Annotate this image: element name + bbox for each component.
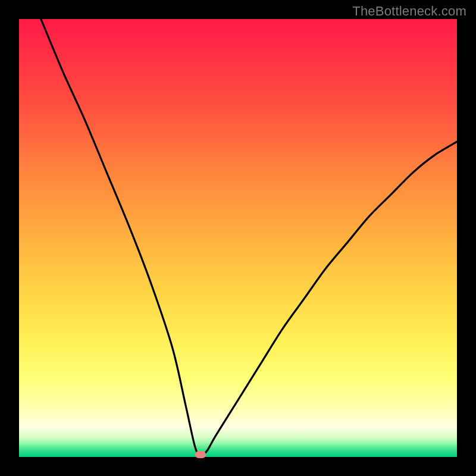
- plot-area: [19, 19, 457, 457]
- watermark-text: TheBottleneck.com: [352, 4, 466, 19]
- chart-frame: TheBottleneck.com: [0, 0, 476, 476]
- optimal-marker: [195, 451, 206, 458]
- bottleneck-curve: [19, 19, 457, 457]
